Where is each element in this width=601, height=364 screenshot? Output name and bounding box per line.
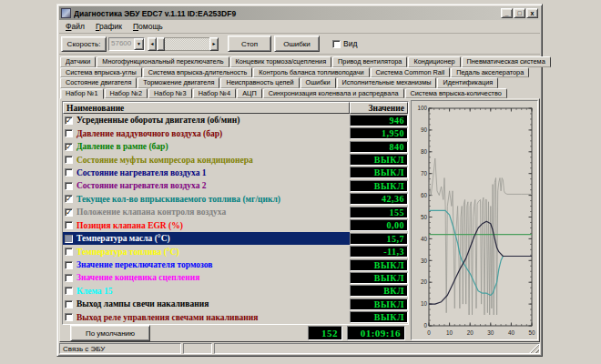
tab-3-2[interactable]: Торможение двигателя <box>138 77 219 88</box>
table-row[interactable]: ✓Текущее кол-во впрыскиваемого топлива (… <box>63 193 408 206</box>
row-label: Клема 15 <box>76 287 112 296</box>
row-checkbox[interactable] <box>65 156 73 164</box>
errors-button[interactable]: Ошибки <box>274 35 320 52</box>
speed-combobox[interactable]: 57600 ▼ <box>108 37 145 51</box>
tab-3-6[interactable]: Идентификация <box>437 77 498 88</box>
table-row[interactable]: Клема 15ВКЛ <box>63 285 408 298</box>
stop-button[interactable]: Стоп <box>228 35 271 52</box>
row-name-cell[interactable]: ✓Текущее кол-во впрыскиваемого топлива (… <box>63 193 350 206</box>
row-checkbox[interactable] <box>65 168 73 177</box>
resize-grip-icon[interactable] <box>529 343 539 353</box>
tab-4-3[interactable]: Набор №3 <box>148 88 192 99</box>
speed-button[interactable]: Скорость: <box>61 36 107 52</box>
table-row[interactable]: Состояние нагревателя воздуха 1ВЫКЛ <box>63 167 408 179</box>
row-checkbox[interactable] <box>65 235 73 243</box>
tab-3-5[interactable]: Исполнительные механизмы <box>337 77 437 88</box>
table-row[interactable]: Температура топлива (°C)-11,3 <box>63 245 408 258</box>
table-row[interactable]: Давление наддувочного воздуха (бар)1,950 <box>63 126 408 139</box>
tab-3-1[interactable]: Состояние двигателя <box>60 77 137 88</box>
maximize-button[interactable]: □ <box>514 8 525 18</box>
tab-2-1[interactable]: Система впрыска-углы <box>60 67 142 78</box>
row-label: Выход лампы свечи накаливания <box>76 299 209 308</box>
tab-1-3[interactable]: Концевик тормоза/сцепления <box>230 56 332 67</box>
row-checkbox[interactable] <box>65 221 73 229</box>
tab-4-1[interactable]: Набор №1 <box>60 88 104 100</box>
menu-item-2[interactable]: Помощь <box>128 21 168 32</box>
tab-4-7[interactable]: Система впрыска-количество <box>405 88 507 99</box>
row-name-cell[interactable]: Клема 15 <box>63 285 350 298</box>
title-bar[interactable]: Диагностика ЭБУ EDC7 v.1.11 ID:EA253DF9 … <box>59 6 540 20</box>
table-row[interactable]: Значение переключателя тормозовВЫКЛ <box>63 258 408 271</box>
view-checkbox[interactable] <box>332 40 341 48</box>
row-checkbox[interactable] <box>65 248 73 256</box>
row-label: Давление наддувочного воздуха (бар) <box>76 129 222 138</box>
row-checkbox[interactable] <box>65 261 73 269</box>
table-row[interactable]: Состояние нагревателя воздуха 2ВЫКЛ <box>63 179 408 192</box>
row-name-cell[interactable]: Состояние муфты компресора кондиционера <box>63 153 350 166</box>
menu-item-1[interactable]: График <box>91 21 127 32</box>
tab-1-2[interactable]: Многофункциональный переключатель <box>97 56 229 67</box>
row-name-cell[interactable]: Температура топлива (°C) <box>63 245 350 258</box>
table-row[interactable]: Выход лампы свечи накаливанияВЫКЛ <box>63 298 408 310</box>
tab-1-4[interactable]: Привод вентилятора <box>332 56 407 67</box>
row-name-cell[interactable]: ✓Усредненные обороты двигателя (об/мин) <box>63 114 350 126</box>
table-row[interactable]: ✓Положение клапана контроля воздуха155 <box>63 206 408 218</box>
tab-2-3[interactable]: Контроль баланса топливоподачи <box>253 67 369 78</box>
row-name-cell[interactable]: Температура масла (°C) <box>63 232 350 245</box>
row-checkbox[interactable] <box>65 182 73 190</box>
tab-1-1[interactable]: Датчики <box>60 56 96 67</box>
table-row[interactable]: Позиция клапана EGR (%)0,00 <box>63 219 408 232</box>
view-checkbox-wrap[interactable]: Вид <box>332 39 357 48</box>
row-name-cell[interactable]: Значение переключателя тормозов <box>63 258 350 271</box>
tab-4-6[interactable]: Синхронизация коленвала и распредвала <box>263 88 404 99</box>
row-checkbox[interactable]: ✓ <box>65 208 73 217</box>
row-checkbox[interactable]: ✓ <box>65 143 73 151</box>
row-name-cell[interactable]: ✓Положение клапана контроля воздуха <box>63 206 350 218</box>
table-row[interactable]: Температура масла (°C)15,7 <box>63 232 408 245</box>
tab-3-4[interactable]: Ошибки <box>300 77 336 88</box>
scroll-left-icon[interactable]: ◄ <box>148 37 157 51</box>
table-row[interactable]: Значение концевика сцепленияВЫКЛ <box>63 271 408 284</box>
tab-2-2[interactable]: Система впрыска-длительность <box>143 67 253 78</box>
tab-2-4[interactable]: Система Common Rail <box>371 67 451 78</box>
tab-4-2[interactable]: Набор №2 <box>105 88 148 99</box>
row-checkbox[interactable] <box>65 300 73 308</box>
row-name-cell[interactable]: Значение концевика сцепления <box>63 271 350 284</box>
combo-dropdown-icon[interactable]: ▼ <box>134 38 144 50</box>
row-name-cell[interactable]: Состояние нагревателя воздуха 2 <box>63 179 350 192</box>
row-checkbox[interactable]: ✓ <box>65 195 73 203</box>
tab-1-5[interactable]: Кондиционер <box>408 56 460 67</box>
row-checkbox[interactable] <box>65 313 73 321</box>
menu-item-0[interactable]: Файл <box>61 21 89 32</box>
table-row[interactable]: Выход реле управления свечами накаливани… <box>63 311 408 324</box>
minimize-button[interactable]: _ <box>501 8 513 18</box>
row-name-cell[interactable]: Состояние нагревателя воздуха 1 <box>63 167 350 179</box>
tab-4-4[interactable]: Набор №4 <box>193 88 237 99</box>
table-row[interactable]: ✓Давление в рампе (бар)840 <box>63 140 408 153</box>
scroll-thumb[interactable] <box>157 37 165 51</box>
row-name-cell[interactable]: Позиция клапана EGR (%) <box>63 219 350 232</box>
row-checkbox[interactable]: ✓ <box>65 116 73 125</box>
svg-text:100: 100 <box>417 105 427 111</box>
row-name-cell[interactable]: Выход реле управления свечами накаливани… <box>63 311 350 324</box>
row-checkbox[interactable] <box>65 274 73 282</box>
status-segment-2[interactable] <box>214 343 540 354</box>
row-label: Выход реле управления свечами накаливани… <box>76 313 258 322</box>
row-name-cell[interactable]: Давление наддувочного воздуха (бар) <box>63 126 350 139</box>
table-row[interactable]: Состояние муфты компресора кондиционераВ… <box>63 153 408 166</box>
default-button[interactable]: По умолчанию <box>70 325 150 341</box>
tab-2-5[interactable]: Педаль акселератора <box>451 67 529 78</box>
chart-panel: 010203040506070809010001020304050 <box>411 100 538 340</box>
table-row[interactable]: ✓Усредненные обороты двигателя (об/мин)9… <box>63 114 408 126</box>
tab-1-6[interactable]: Пневматическая система <box>462 56 551 67</box>
tab-3-3[interactable]: Неисправность цепей <box>220 77 299 88</box>
scroll-track[interactable] <box>165 37 209 51</box>
row-checkbox[interactable] <box>65 129 73 137</box>
scroll-right-icon[interactable]: ► <box>209 37 219 51</box>
row-checkbox[interactable] <box>65 287 73 295</box>
row-name-cell[interactable]: ✓Давление в рампе (бар) <box>63 140 350 153</box>
close-button[interactable]: x <box>526 8 538 18</box>
speed-scrollbar[interactable]: ◄ ► <box>148 37 219 51</box>
row-name-cell[interactable]: Выход лампы свечи накаливания <box>63 298 350 310</box>
tab-4-5[interactable]: АЦП <box>237 88 262 99</box>
